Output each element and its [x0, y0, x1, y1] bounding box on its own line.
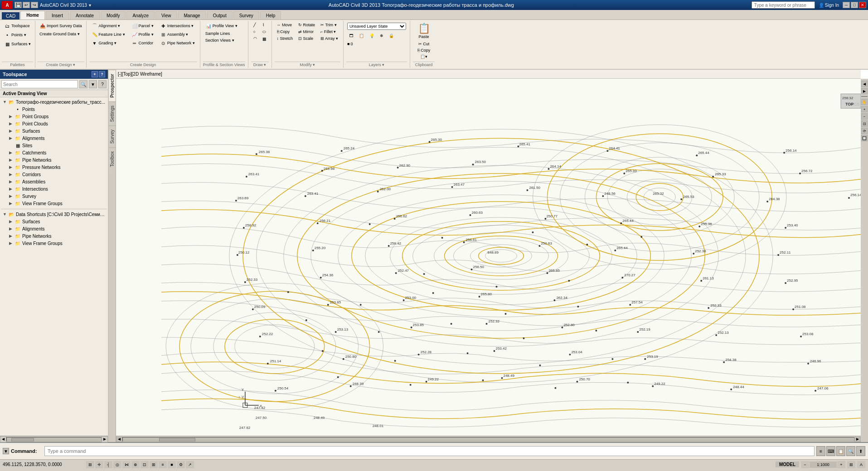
grading-btn[interactable]: ▼ Grading ▾	[89, 39, 127, 47]
paste-btn[interactable]: 📋 Paste	[413, 22, 435, 41]
tab-help[interactable]: Help	[260, 11, 281, 19]
arc-btn[interactable]: ◠	[251, 35, 259, 42]
tree-expander[interactable]: ▶	[9, 150, 15, 155]
scale-display[interactable]: 1:1000	[810, 461, 837, 468]
layer-lock-btn[interactable]: 🔒	[387, 33, 396, 39]
tree-expander[interactable]: ▶	[9, 165, 15, 169]
cmd-btn-1[interactable]: ≡	[816, 446, 825, 456]
parcel-btn[interactable]: ⬜ Parcel ▾	[129, 22, 156, 30]
tree-item[interactable]: ▶📁Survey	[1, 192, 107, 200]
anno-scale-btn[interactable]: A	[857, 461, 865, 468]
tree-expander[interactable]: ▶	[9, 121, 15, 126]
vp-btn-2[interactable]: ▶	[861, 88, 868, 94]
layer-state-dropdown[interactable]: Unsaved Layer State	[347, 23, 406, 30]
status-ducs-btn[interactable]: ⊡	[141, 461, 149, 468]
orbit-btn[interactable]: ⟳	[861, 128, 868, 134]
tree-item[interactable]: ▶📁View Frame Groups	[1, 200, 107, 207]
copy-btn[interactable]: ⎘ Copy	[275, 29, 296, 35]
ts-expand-btn[interactable]: +	[92, 71, 98, 77]
status-tp-btn[interactable]: ■	[168, 461, 176, 468]
intersections-btn[interactable]: ✚ Intersections ▾	[158, 22, 197, 30]
tree-expander[interactable]: ▶	[9, 226, 15, 231]
tree-item[interactable]: ▶📁Alignments	[1, 135, 107, 142]
tree-item[interactable]: •Points	[1, 106, 107, 113]
sample-lines-btn[interactable]: Sample Lines	[203, 30, 240, 37]
tree-item[interactable]: ▦Sites	[1, 142, 107, 149]
toolspace-btn[interactable]: 🗂 Toolspace	[2, 22, 33, 30]
tab-annotate[interactable]: Annotate	[70, 11, 100, 19]
command-input[interactable]	[44, 446, 815, 456]
ts-hscroll[interactable]: ◀ ▶	[0, 436, 108, 442]
fillet-btn[interactable]: ⌐ Fillet ▾	[318, 29, 340, 35]
create-ground-data-btn[interactable]: Create Ground Data ▾	[37, 31, 84, 37]
view3d-btn[interactable]: 🔲	[861, 135, 868, 141]
tree-item[interactable]: ▶📁Pipe Networks	[1, 156, 107, 163]
pan-btn[interactable]: ✋	[861, 99, 868, 105]
layer-iso-btn[interactable]: 💡	[367, 33, 377, 39]
cmd-btn-4[interactable]: 🔍	[846, 446, 855, 456]
tree-expander[interactable]: ▶	[9, 114, 15, 119]
zoom-minus-btn[interactable]: −	[801, 461, 809, 468]
scale-btn[interactable]: ⊡ Scale	[296, 35, 317, 42]
polyline-btn[interactable]: ⌇	[260, 22, 269, 28]
undo-btn[interactable]: ↩	[23, 2, 30, 8]
mirror-btn[interactable]: ⇌ Mirror	[296, 29, 317, 35]
view-tools-btn[interactable]: ⊞	[847, 461, 855, 468]
redo-btn[interactable]: ↪	[31, 2, 38, 8]
tree-item[interactable]: ▶📁Surfaces	[1, 127, 107, 135]
survey-tab[interactable]: Survey	[109, 125, 116, 147]
status-ortho-btn[interactable]: ┤	[104, 461, 112, 468]
zoom-out-btn[interactable]: −	[861, 113, 868, 120]
prospector-tab[interactable]: Prospector	[109, 70, 116, 101]
profile-btn[interactable]: 📈 Profile ▾	[129, 30, 156, 38]
tree-expander[interactable]: ▶	[9, 136, 15, 140]
tree-expander[interactable]: ▶	[9, 201, 15, 206]
assembly-btn[interactable]: ⊞ Assembly ▾	[158, 30, 197, 38]
tree-item[interactable]: ▶📁Corridors	[1, 171, 107, 178]
ts-search-input[interactable]	[1, 80, 78, 88]
topo-canvas[interactable]: 265.38265.24 265.30265.41 264.41265.44 2…	[116, 79, 868, 442]
tree-item[interactable]: ▶📁Surfaces	[1, 218, 107, 225]
hatch-btn[interactable]: ▩	[260, 36, 269, 42]
cmd-expand-btn[interactable]: ▼	[3, 448, 9, 454]
zoom-in-btn[interactable]: +	[861, 106, 868, 112]
paste-special-btn[interactable]: 📋▾	[418, 53, 430, 60]
minimize-btn[interactable]: ─	[843, 2, 850, 8]
tree-expander[interactable]: ▶	[9, 187, 15, 191]
model-btn[interactable]: MODEL	[776, 461, 799, 467]
tree-item[interactable]: ▼📂Топографо-геодезические работы_трасс..…	[1, 98, 107, 106]
sign-in-link[interactable]: Sign In	[825, 3, 839, 8]
layer-freeze-btn[interactable]: ❄	[378, 33, 386, 39]
status-lw-btn[interactable]: ≡	[159, 461, 167, 468]
vp-btn-1[interactable]: ◀	[861, 81, 868, 87]
tree-item[interactable]: ▶📁Pipe Networks	[1, 232, 107, 240]
feature-line-btn[interactable]: 📏 Feature Line ▾	[89, 30, 127, 38]
tab-survey[interactable]: Survey	[233, 11, 259, 19]
circle-btn[interactable]: ○	[251, 29, 259, 35]
keyword-search[interactable]	[752, 1, 815, 9]
canvas-hscrollbar[interactable]: ◀ ▶	[116, 436, 861, 442]
tab-analyze[interactable]: Analyze	[126, 11, 155, 19]
tree-item[interactable]: ▶📁Pressure Networks	[1, 163, 107, 171]
line-btn[interactable]: ╱	[251, 22, 259, 28]
copy-clipboard-btn[interactable]: ⎘ Copy	[415, 47, 433, 53]
canvas-scrollbar-track[interactable]	[122, 437, 854, 442]
tree-item[interactable]: ▶📁Alignments	[1, 225, 107, 232]
zoom-plus-btn[interactable]: +	[837, 461, 845, 468]
ts-search-btn[interactable]: 🔍	[79, 80, 87, 88]
alignment-btn[interactable]: ⌒ Alignment ▾	[89, 22, 127, 30]
cut-btn[interactable]: ✂ Cut	[416, 41, 432, 47]
cmd-btn-2[interactable]: ⌨	[826, 446, 835, 456]
zoom-extent-btn[interactable]: ⊡	[861, 120, 868, 127]
tree-expander[interactable]: ▼	[3, 212, 8, 216]
status-polar-btn[interactable]: ◎	[113, 461, 121, 468]
ts-help-btn[interactable]: ?	[99, 71, 105, 77]
status-sc-btn[interactable]: ⚙	[177, 461, 185, 468]
toolbox-tab[interactable]: Toolbox	[109, 147, 116, 170]
pipe-network-btn[interactable]: ⊙ Pipe Network ▾	[158, 39, 197, 47]
trim-btn[interactable]: ✂ Trim ▾	[318, 22, 340, 28]
layer-props-btn[interactable]: 🗔	[347, 33, 356, 39]
rotate-btn[interactable]: ↻ Rotate	[296, 22, 317, 28]
ts-scroll-right[interactable]: ▶	[102, 436, 108, 442]
ellipse-btn[interactable]: ⬭	[260, 29, 269, 35]
